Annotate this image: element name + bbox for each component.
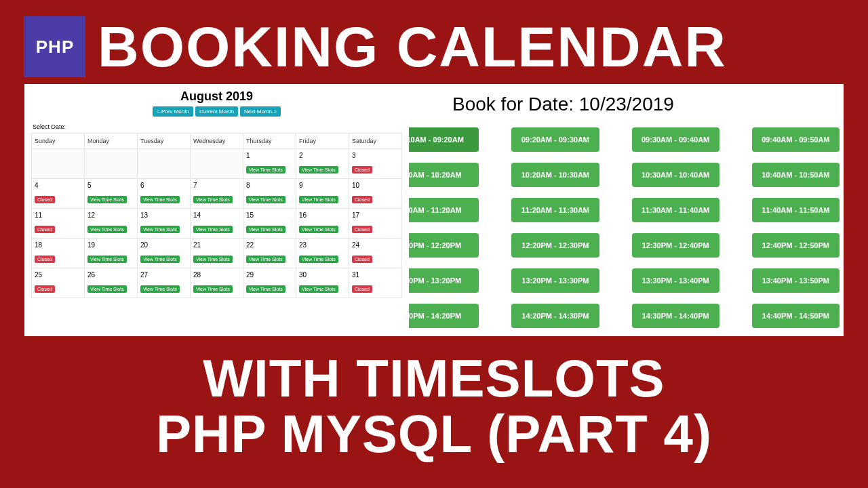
calendar-day-cell[interactable]: 27View Time Slots xyxy=(138,268,191,298)
current-month-button[interactable]: Current Month xyxy=(195,106,238,117)
timeslot-button[interactable]: 12:30PM - 12:40PM xyxy=(632,233,719,258)
day-number: 5 xyxy=(87,182,134,189)
timeslot-button[interactable]: 09:30AM - 09:40AM xyxy=(632,127,719,152)
calendar-day-cell[interactable]: 26View Time Slots xyxy=(85,268,138,298)
day-number: 31 xyxy=(352,271,399,279)
timeslot-button[interactable]: 09:40AM - 09:50AM xyxy=(752,127,840,152)
day-number: 18 xyxy=(35,241,81,249)
calendar-day-cell[interactable]: 21View Time Slots xyxy=(191,239,243,268)
timeslot-button[interactable]: 0PM - 12:20PM xyxy=(409,233,479,258)
timeslot-button[interactable]: 14:20PM - 14:30PM xyxy=(511,304,599,328)
calendar-day-cell[interactable]: 25Closed xyxy=(32,268,85,298)
timeslot-button[interactable]: 09:20AM - 09:30AM xyxy=(511,127,599,152)
day-number: 25 xyxy=(35,271,81,279)
calendar-day-cell[interactable]: 18Closed xyxy=(32,239,85,268)
view-timeslots-tag[interactable]: View Time Slots xyxy=(299,226,338,233)
next-month-button[interactable]: Next Month-> xyxy=(240,106,281,117)
footer-line2: PHP MYSQL (PART 4) xyxy=(156,404,712,464)
view-timeslots-tag[interactable]: View Time Slots xyxy=(87,256,127,263)
timeslot-button[interactable]: 12:20PM - 12:30PM xyxy=(511,233,599,258)
calendar-day-cell[interactable]: 2View Time Slots xyxy=(296,149,349,179)
view-timeslots-tag[interactable]: View Time Slots xyxy=(87,285,127,293)
view-timeslots-tag[interactable]: View Time Slots xyxy=(140,226,180,233)
timeslot-button[interactable]: 0PM - 13:20PM xyxy=(409,268,479,293)
calendar-day-cell[interactable]: 8View Time Slots xyxy=(243,179,296,209)
timeslot-button[interactable]: 10AM - 09:20AM xyxy=(409,127,479,152)
day-number: 26 xyxy=(87,271,134,279)
timeslot-button[interactable]: 11:20AM - 11:30AM xyxy=(511,198,599,222)
closed-tag: Closed xyxy=(352,256,372,263)
calendar-day-cell[interactable]: 23View Time Slots xyxy=(296,239,349,268)
view-timeslots-tag[interactable]: View Time Slots xyxy=(140,285,180,293)
calendar-day-cell[interactable]: 7View Time Slots xyxy=(191,179,243,209)
timeslot-button[interactable]: 0PM - 14:20PM xyxy=(409,304,479,328)
calendar-day-cell[interactable]: 9View Time Slots xyxy=(296,179,349,209)
timeslot-button[interactable]: 0AM - 11:20AM xyxy=(409,198,479,222)
calendar-day-cell[interactable]: 1View Time Slots xyxy=(243,149,296,179)
weekday-header: Sunday xyxy=(32,134,85,149)
view-timeslots-tag[interactable]: View Time Slots xyxy=(246,166,285,174)
timeslot-button[interactable]: 14:40PM - 14:50PM xyxy=(752,304,840,328)
calendar-day-cell[interactable]: 20View Time Slots xyxy=(138,239,191,268)
calendar-day-cell[interactable]: 5View Time Slots xyxy=(85,179,138,209)
calendar-day-cell[interactable]: 31Closed xyxy=(349,268,402,298)
view-timeslots-tag[interactable]: View Time Slots xyxy=(193,256,233,263)
view-timeslots-tag[interactable]: View Time Slots xyxy=(140,196,180,203)
timeslot-button[interactable]: 13:20PM - 13:30PM xyxy=(511,268,599,293)
footer-line1: WITH TIMESLOTS xyxy=(203,348,665,408)
view-timeslots-tag[interactable]: View Time Slots xyxy=(299,166,338,174)
timeslot-button[interactable]: 13:30PM - 13:40PM xyxy=(632,268,719,293)
timeslot-button[interactable]: 10:40AM - 10:50AM xyxy=(752,163,840,187)
day-number: 21 xyxy=(193,241,240,249)
view-timeslots-tag[interactable]: View Time Slots xyxy=(299,196,338,203)
calendar-day-cell[interactable]: 16View Time Slots xyxy=(296,209,349,239)
view-timeslots-tag[interactable]: View Time Slots xyxy=(246,226,285,233)
timeslot-button[interactable]: 12:40PM - 12:50PM xyxy=(752,233,840,258)
calendar-day-cell[interactable]: 6View Time Slots xyxy=(138,179,191,209)
timeslot-button[interactable]: 13:40PM - 13:50PM xyxy=(752,268,840,293)
calendar-day-cell[interactable]: 12View Time Slots xyxy=(85,209,138,239)
calendar-empty-cell xyxy=(32,149,85,179)
timeslot-button[interactable]: 14:30PM - 14:40PM xyxy=(632,304,719,328)
calendar-day-cell[interactable]: 17Closed xyxy=(349,209,402,239)
timeslot-button[interactable]: 11:30AM - 11:40AM xyxy=(632,198,719,222)
closed-tag: Closed xyxy=(352,196,372,203)
view-timeslots-tag[interactable]: View Time Slots xyxy=(299,256,338,263)
calendar-day-cell[interactable]: 30View Time Slots xyxy=(296,268,349,298)
day-number: 2 xyxy=(299,152,346,159)
calendar-day-cell[interactable]: 4Closed xyxy=(32,179,85,209)
view-timeslots-tag[interactable]: View Time Slots xyxy=(299,285,338,293)
view-timeslots-tag[interactable]: View Time Slots xyxy=(87,226,127,233)
timeslot-button[interactable]: 10:20AM - 10:30AM xyxy=(511,163,599,187)
view-timeslots-tag[interactable]: View Time Slots xyxy=(246,285,285,293)
view-timeslots-tag[interactable]: View Time Slots xyxy=(193,196,233,203)
view-timeslots-tag[interactable]: View Time Slots xyxy=(87,196,127,203)
day-number: 28 xyxy=(193,271,240,279)
view-timeslots-tag[interactable]: View Time Slots xyxy=(193,285,233,293)
calendar-day-cell[interactable]: 3Closed xyxy=(349,149,402,179)
calendar-day-cell[interactable]: 15View Time Slots xyxy=(243,209,296,239)
calendar-day-cell[interactable]: 10Closed xyxy=(349,179,402,209)
closed-tag: Closed xyxy=(352,166,372,174)
view-timeslots-tag[interactable]: View Time Slots xyxy=(246,256,285,263)
calendar-day-cell[interactable]: 22View Time Slots xyxy=(243,239,296,268)
calendar-empty-cell xyxy=(191,149,243,179)
calendar-day-cell[interactable]: 24Closed xyxy=(349,239,402,268)
view-timeslots-tag[interactable]: View Time Slots xyxy=(140,256,180,263)
calendar-day-cell[interactable]: 19View Time Slots xyxy=(85,239,138,268)
timeslot-button[interactable]: 10:30AM - 10:40AM xyxy=(632,163,719,187)
footer-title: WITH TIMESLOTS PHP MYSQL (PART 4) xyxy=(0,351,868,462)
view-timeslots-tag[interactable]: View Time Slots xyxy=(193,226,233,233)
day-number: 20 xyxy=(140,241,187,249)
timeslot-button[interactable]: 11:40AM - 11:50AM xyxy=(752,198,840,222)
day-number: 29 xyxy=(246,271,293,279)
calendar-day-cell[interactable]: 29View Time Slots xyxy=(243,268,296,298)
timeslot-button[interactable]: 0AM - 10:20AM xyxy=(409,163,479,187)
calendar-day-cell[interactable]: 13View Time Slots xyxy=(138,209,191,239)
calendar-day-cell[interactable]: 28View Time Slots xyxy=(191,268,243,298)
prev-month-button[interactable]: <-Prev Month xyxy=(153,106,193,117)
calendar-day-cell[interactable]: 11Closed xyxy=(32,209,85,239)
calendar-day-cell[interactable]: 14View Time Slots xyxy=(191,209,243,239)
view-timeslots-tag[interactable]: View Time Slots xyxy=(246,196,285,203)
day-number: 17 xyxy=(352,211,399,219)
